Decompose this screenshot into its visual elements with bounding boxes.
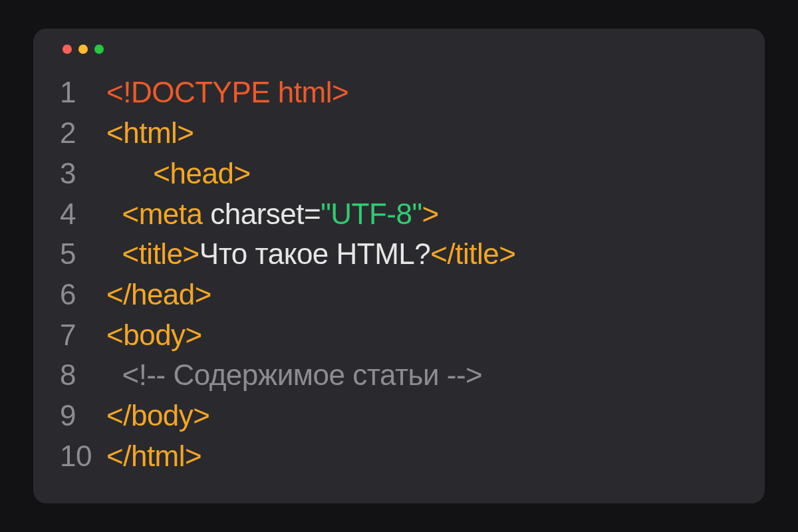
- line-content: <head>: [106, 154, 738, 194]
- line-content: <!-- Содержимое статьи -->: [106, 355, 738, 396]
- code-line: 8 <!-- Содержимое статьи -->: [60, 355, 738, 396]
- line-content: <body>: [106, 315, 738, 356]
- code-line: 3 <head>: [60, 154, 738, 194]
- editor-window: 1<!DOCTYPE html>2<html>3 <head>4 <meta c…: [33, 29, 765, 503]
- line-number: 9: [60, 396, 106, 436]
- line-number: 7: [60, 315, 106, 356]
- token-tag: <html>: [106, 116, 194, 149]
- line-content: <title>Что такое HTML?</title>: [106, 234, 738, 275]
- code-line: 6</head>: [60, 275, 738, 315]
- line-number: 3: [60, 154, 106, 194]
- code-line: 10</html>: [60, 436, 738, 477]
- token-attr: charset=: [202, 198, 321, 230]
- token-tag: >: [422, 198, 439, 230]
- code-line: 5 <title>Что такое HTML?</title>: [60, 234, 738, 275]
- code-line: 9</body>: [60, 396, 738, 436]
- token-tag: </body>: [106, 399, 210, 432]
- line-content: <html>: [106, 113, 738, 154]
- line-content: </body>: [106, 396, 738, 436]
- line-number: 1: [60, 72, 106, 113]
- token-text: Что такое HTML?: [200, 237, 430, 270]
- code-line: 4 <meta charset="UTF-8">: [60, 194, 738, 235]
- line-content: </html>: [106, 436, 738, 477]
- zoom-icon[interactable]: [94, 45, 104, 54]
- code-line: 2<html>: [60, 113, 738, 154]
- token-string: "UTF-8": [321, 198, 422, 230]
- code-area: 1<!DOCTYPE html>2<html>3 <head>4 <meta c…: [60, 72, 738, 476]
- line-content: </head>: [106, 275, 738, 315]
- code-line: 1<!DOCTYPE html>: [60, 72, 738, 113]
- token-tag: </html>: [106, 440, 201, 472]
- token-comment: <!-- Содержимое статьи -->: [122, 358, 482, 391]
- window-controls: [60, 45, 738, 54]
- minimize-icon[interactable]: [78, 45, 88, 54]
- token-doctype: <!DOCTYPE html>: [106, 76, 348, 108]
- close-icon[interactable]: [63, 45, 72, 54]
- line-number: 10: [60, 436, 106, 477]
- code-line: 7<body>: [60, 315, 738, 356]
- line-number: 4: [60, 194, 106, 235]
- token-tag: </head>: [106, 278, 211, 311]
- line-number: 2: [60, 113, 106, 154]
- token-tag: </title>: [430, 237, 515, 270]
- line-number: 5: [60, 234, 106, 275]
- line-number: 8: [60, 355, 106, 396]
- token-tag: <body>: [106, 319, 202, 351]
- line-content: <meta charset="UTF-8">: [106, 194, 738, 235]
- token-tag: <head>: [153, 157, 250, 190]
- token-tag: <title>: [122, 237, 199, 270]
- token-tag: <meta: [122, 198, 202, 230]
- line-content: <!DOCTYPE html>: [106, 72, 738, 113]
- line-number: 6: [60, 275, 106, 315]
